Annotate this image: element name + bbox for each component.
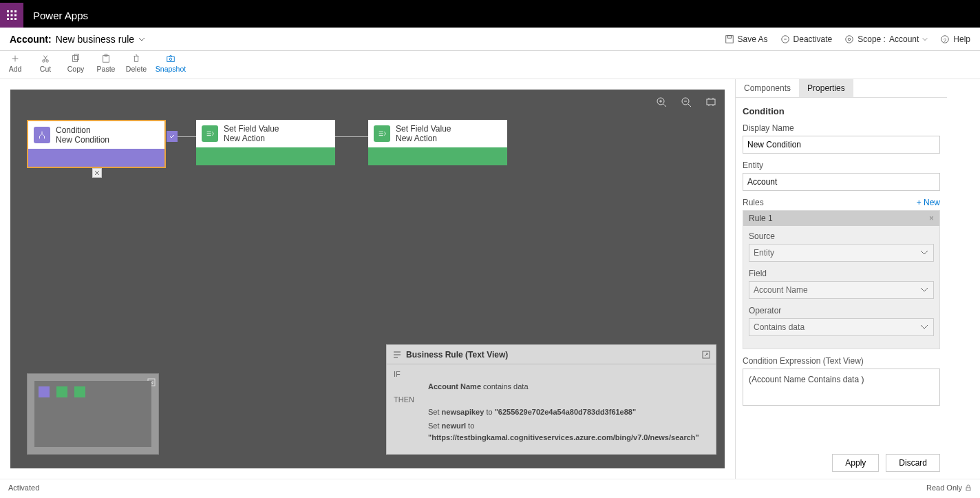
chevron-down-icon	[138, 36, 145, 43]
new-rule-button[interactable]: + New	[917, 198, 940, 207]
saveas-button[interactable]: Save As	[725, 34, 768, 44]
canvas[interactable]: Condition New Condition Set Field Value …	[10, 90, 725, 468]
status-left: Activated	[8, 484, 39, 492]
svg-rect-3	[7, 14, 9, 17]
display-name-input[interactable]	[743, 136, 940, 154]
help-button[interactable]: ? Help	[940, 34, 970, 44]
rule-1: Rule 1 × Source Entity Field Account Nam…	[743, 210, 940, 349]
svg-rect-18	[73, 56, 78, 62]
save-icon	[725, 34, 734, 44]
svg-rect-19	[74, 54, 78, 60]
svg-rect-29	[966, 488, 970, 490]
text-view-panel: Business Rule (Text View) IF Account Nam…	[386, 344, 716, 455]
svg-text:?: ?	[944, 37, 947, 43]
action-icon	[202, 125, 218, 142]
zoom-out-icon[interactable]	[681, 96, 692, 107]
node-title: Set Field Value	[396, 124, 451, 134]
app-launcher-icon[interactable]	[0, 3, 23, 28]
true-branch-icon	[167, 131, 178, 142]
svg-rect-2	[14, 10, 17, 12]
expand-icon[interactable]	[702, 351, 710, 359]
delete-button[interactable]: Delete	[121, 54, 151, 73]
action-node[interactable]: Set Field Value New Action	[196, 120, 335, 165]
plus-icon	[10, 54, 20, 63]
action-icon	[374, 125, 390, 142]
condition-icon	[34, 127, 50, 143]
svg-rect-26	[707, 99, 715, 105]
scope-dropdown[interactable]: Scope : Account	[844, 34, 928, 44]
svg-rect-9	[725, 35, 733, 43]
copy-icon	[71, 54, 81, 63]
svg-point-23	[169, 58, 172, 61]
scissors-icon	[41, 54, 50, 63]
close-icon[interactable]: ×	[929, 214, 934, 223]
camera-icon	[166, 54, 175, 63]
copy-button[interactable]: Copy	[61, 54, 91, 73]
cut-button[interactable]: Cut	[30, 54, 61, 73]
node-subtitle: New Action	[396, 134, 451, 143]
scope-icon	[844, 34, 854, 44]
operator-select[interactable]: Contains data	[749, 318, 934, 336]
then-clause-1: Set newsapikey to "6255629e702e4a54a80d7…	[428, 406, 709, 418]
svg-point-13	[849, 38, 851, 41]
entity-label: Entity	[743, 160, 940, 170]
zoom-in-icon[interactable]	[656, 96, 667, 107]
status-bar: Activated Read Only	[0, 479, 980, 495]
app-bar: Power Apps	[0, 3, 980, 28]
expression-label: Condition Expression (Text View)	[743, 356, 940, 366]
deactivate-button[interactable]: Deactivate	[780, 34, 833, 44]
svg-rect-5	[14, 14, 17, 17]
trash-icon	[131, 54, 141, 63]
connector	[178, 136, 196, 137]
source-label: Source	[749, 231, 934, 241]
false-branch-icon	[92, 168, 102, 178]
properties-panel: Components Properties Condition Display …	[735, 79, 955, 479]
text-view-title: Business Rule (Text View)	[406, 350, 508, 360]
svg-rect-8	[14, 18, 17, 20]
svg-rect-0	[7, 10, 9, 12]
chevron-down-icon	[922, 37, 928, 42]
apply-button[interactable]: Apply	[832, 454, 879, 472]
source-select[interactable]: Entity	[749, 244, 934, 262]
breadcrumb-entity: Account:	[10, 34, 52, 45]
add-button[interactable]: Add	[0, 54, 30, 73]
app-name: Power Apps	[23, 10, 88, 21]
status-right: Read Only	[926, 484, 962, 492]
svg-point-12	[846, 35, 853, 43]
svg-rect-4	[11, 14, 13, 17]
paste-button[interactable]: Paste	[91, 54, 121, 73]
svg-rect-20	[103, 56, 109, 63]
svg-rect-7	[11, 18, 13, 20]
tab-properties[interactable]: Properties	[799, 79, 853, 97]
if-clause: Account Name contains data	[428, 381, 709, 393]
svg-rect-22	[167, 56, 175, 61]
expression-view: (Account Name Contains data )	[743, 369, 940, 406]
title-row: Account: New business rule Save As Deact…	[0, 28, 980, 51]
action-node[interactable]: Set Field Value New Action	[368, 120, 507, 165]
toolbar: Add Cut Copy Paste Delete Snapshot	[0, 51, 980, 79]
minimap[interactable]	[27, 373, 159, 455]
tab-components[interactable]: Components	[736, 79, 799, 97]
breadcrumb-rule: New business rule	[56, 34, 134, 45]
section-title: Condition	[743, 106, 940, 116]
connector	[335, 136, 368, 137]
paste-icon	[101, 54, 111, 63]
svg-rect-1	[11, 10, 13, 12]
node-subtitle: New Condition	[56, 135, 109, 145]
help-icon: ?	[940, 34, 950, 44]
rule-icon	[392, 350, 402, 360]
lock-icon	[965, 484, 972, 491]
entity-input[interactable]	[743, 173, 940, 191]
discard-button[interactable]: Discard	[886, 454, 940, 472]
fit-icon[interactable]	[705, 96, 716, 107]
breadcrumb[interactable]: Account: New business rule	[10, 34, 145, 45]
snapshot-button[interactable]: Snapshot	[151, 54, 190, 73]
node-title: Set Field Value	[224, 124, 279, 134]
condition-node[interactable]: Condition New Condition	[27, 120, 166, 168]
field-select[interactable]: Account Name	[749, 281, 934, 299]
node-subtitle: New Action	[224, 134, 279, 143]
operator-label: Operator	[749, 306, 934, 315]
node-title: Condition	[56, 125, 109, 135]
deactivate-icon	[780, 34, 790, 44]
svg-rect-10	[727, 35, 731, 38]
